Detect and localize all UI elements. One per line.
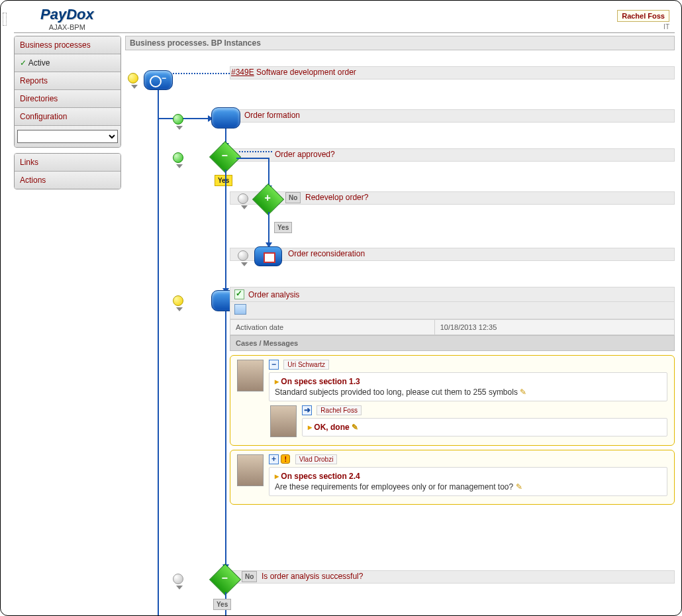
edit-icon[interactable]: ✎	[352, 423, 358, 432]
app-header: PayDox AJAX-BPM Rachel Foss IT	[14, 3, 675, 33]
message-body: Are these requirements for employees onl…	[275, 482, 661, 491]
edit-icon[interactable]: ✎	[516, 482, 522, 491]
task-label: Order analysis	[248, 290, 299, 299]
gateway-label: Order approved?	[275, 150, 335, 159]
message-author[interactable]: Vlad Drobzi	[295, 454, 338, 464]
message-author[interactable]: Uri Schwartz	[283, 360, 329, 370]
process-title-text: Software development order	[256, 68, 356, 77]
badge-yes: Yes	[274, 222, 292, 233]
process-title[interactable]: #349E Software development order	[231, 68, 356, 77]
message-subject: OK, done ✎	[308, 423, 661, 432]
user-department: IT	[617, 23, 669, 30]
chevron-down-icon[interactable]	[131, 85, 138, 89]
chevron-down-icon[interactable]	[241, 205, 248, 209]
status-bullet-icon[interactable]	[128, 73, 138, 83]
start-node[interactable]	[144, 70, 173, 90]
badge-yes: Yes	[213, 599, 231, 610]
sidebar-item-directories[interactable]: Directories	[15, 90, 121, 108]
task-node-order-formation[interactable]	[211, 107, 240, 128]
connector	[239, 151, 272, 152]
chevron-down-icon[interactable]	[241, 262, 248, 266]
edit-icon[interactable]: ✎	[520, 387, 526, 397]
gateway-order-approved[interactable]: −	[209, 141, 241, 173]
document-icon[interactable]	[234, 304, 246, 315]
message-subject[interactable]: On specs section 2.4	[275, 472, 661, 481]
sidebar-item-business-processes[interactable]: Business processes	[15, 36, 121, 54]
cases-messages-header: Cases / Messages	[230, 335, 675, 351]
task-label: Order formation	[244, 111, 300, 120]
sidebar-item-reports[interactable]: Reports	[15, 72, 121, 90]
sidebar-item-actions[interactable]: Actions	[15, 172, 121, 189]
detail-table: Activation date 10/18/2013 12:35	[230, 319, 675, 335]
main-area: Business processes. BP Instances #349E S…	[125, 36, 675, 616]
page-title: Business processes. BP Instances	[125, 36, 675, 50]
status-bullet-icon[interactable]	[173, 574, 183, 584]
badge-yes: Yes	[215, 175, 232, 186]
drag-handle-icon[interactable]	[3, 13, 7, 26]
activation-date-value: 10/18/2013 12:35	[434, 320, 674, 335]
message-thread: − Uri Schwartz On specs section 1.3 Stan…	[230, 355, 675, 446]
message-thread: + ! Vlad Drobzi On specs section 2.4 Are…	[230, 450, 675, 505]
activation-date-label: Activation date	[230, 320, 435, 335]
app-logo: PayDox AJAX-BPM	[40, 6, 94, 31]
connector	[173, 73, 230, 74]
current-user: Rachel Foss IT	[617, 6, 669, 30]
user-name-link[interactable]: Rachel Foss	[617, 10, 669, 22]
expand-toggle[interactable]: +	[269, 454, 279, 464]
connector	[225, 170, 226, 292]
connector	[236, 158, 268, 159]
avatar	[270, 405, 297, 437]
badge-no: No	[285, 192, 301, 203]
subprocess-order-reconsideration[interactable]	[254, 246, 282, 266]
sidebar: Business processes ✓ Active Reports Dire…	[14, 36, 121, 616]
chevron-down-icon[interactable]	[176, 126, 183, 130]
connector	[158, 118, 209, 119]
alert-icon: !	[281, 454, 290, 464]
sidebar-item-links[interactable]: Links	[15, 154, 121, 172]
logo-subtitle: AJAX-BPM	[49, 23, 85, 31]
message-subject[interactable]: On specs section 1.3	[275, 377, 661, 386]
connector	[268, 212, 269, 246]
logo-text: PayDox	[40, 6, 94, 23]
connector	[158, 90, 159, 616]
chevron-down-icon[interactable]	[176, 307, 183, 311]
badge-no: No	[242, 571, 257, 582]
gateway-label: Redevelop order?	[305, 193, 368, 202]
gateway-redevelop-order[interactable]: +	[252, 183, 284, 215]
chevron-down-icon[interactable]	[176, 586, 183, 590]
sidebar-item-active-label: Active	[28, 58, 50, 68]
status-bullet-icon[interactable]	[238, 250, 248, 261]
status-bullet-icon[interactable]	[173, 295, 183, 306]
message-author[interactable]: Rachel Foss	[317, 405, 362, 415]
gateway-analysis-successful[interactable]: −	[209, 564, 241, 595]
gateway-label: Is order analysis successful?	[262, 572, 363, 581]
reply-icon[interactable]: ➜	[302, 405, 312, 415]
status-bullet-icon[interactable]	[173, 152, 183, 163]
sidebar-select[interactable]	[17, 130, 118, 143]
connector	[225, 311, 226, 568]
check-icon[interactable]	[234, 289, 244, 299]
collapse-toggle[interactable]: −	[269, 360, 279, 370]
bpm-canvas: #349E Software development order Order f…	[125, 53, 675, 616]
avatar	[237, 454, 264, 486]
avatar	[237, 360, 264, 391]
process-id-link[interactable]: #349E	[231, 68, 254, 77]
message-body: Standard subjects provided too long, ple…	[275, 387, 661, 397]
task-label: Order reconsideration	[288, 249, 365, 258]
chevron-down-icon[interactable]	[176, 164, 183, 168]
sidebar-select-wrap	[15, 126, 121, 147]
sidebar-item-configuration[interactable]: Configuration	[15, 108, 121, 126]
status-bullet-icon[interactable]	[173, 114, 183, 125]
task-detail-panel: Order analysis Activation date 10/18/201…	[230, 287, 675, 505]
status-bullet-icon[interactable]	[238, 193, 248, 204]
sidebar-item-active[interactable]: ✓ Active	[15, 54, 121, 72]
